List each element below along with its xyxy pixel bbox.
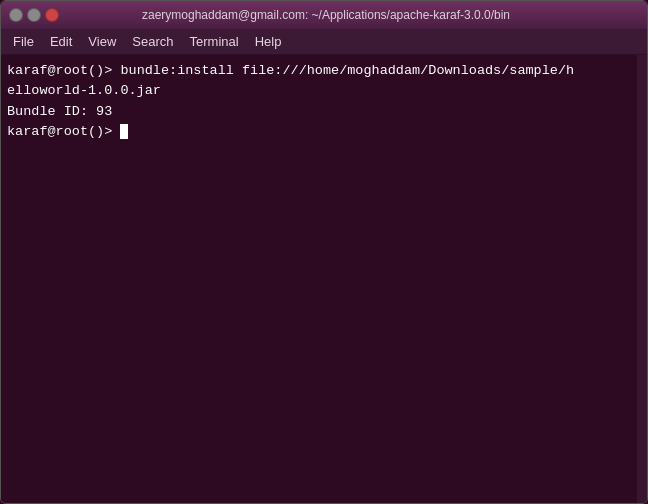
menu-file[interactable]: File	[5, 32, 42, 51]
terminal-line-4: karaf@root()>	[7, 122, 631, 142]
window-title: zaerymoghaddam@gmail.com: ~/Applications…	[59, 8, 593, 22]
titlebar: zaerymoghaddam@gmail.com: ~/Applications…	[1, 1, 647, 29]
menu-edit[interactable]: Edit	[42, 32, 80, 51]
terminal-window: zaerymoghaddam@gmail.com: ~/Applications…	[0, 0, 648, 504]
cursor-space	[112, 124, 120, 139]
minimize-button[interactable]	[9, 8, 23, 22]
output-2: Bundle ID: 93	[7, 104, 112, 119]
close-button[interactable]	[45, 8, 59, 22]
output-1: elloworld-1.0.0.jar	[7, 83, 161, 98]
prompt-1: karaf@root()>	[7, 63, 112, 78]
cursor	[120, 124, 128, 139]
prompt-2: karaf@root()>	[7, 124, 112, 139]
command-1: bundle:install file:///home/moghaddam/Do…	[112, 63, 574, 78]
scrollbar[interactable]	[637, 55, 647, 503]
menubar: File Edit View Search Terminal Help	[1, 29, 647, 55]
window-controls[interactable]	[9, 8, 59, 22]
menu-search[interactable]: Search	[124, 32, 181, 51]
terminal-body[interactable]: karaf@root()> bundle:install file:///hom…	[1, 55, 637, 503]
terminal-line-3: Bundle ID: 93	[7, 102, 631, 122]
terminal-line-2: elloworld-1.0.0.jar	[7, 81, 631, 101]
menu-help[interactable]: Help	[247, 32, 290, 51]
menu-terminal[interactable]: Terminal	[182, 32, 247, 51]
menu-view[interactable]: View	[80, 32, 124, 51]
terminal-line-1: karaf@root()> bundle:install file:///hom…	[7, 61, 631, 81]
maximize-button[interactable]	[27, 8, 41, 22]
